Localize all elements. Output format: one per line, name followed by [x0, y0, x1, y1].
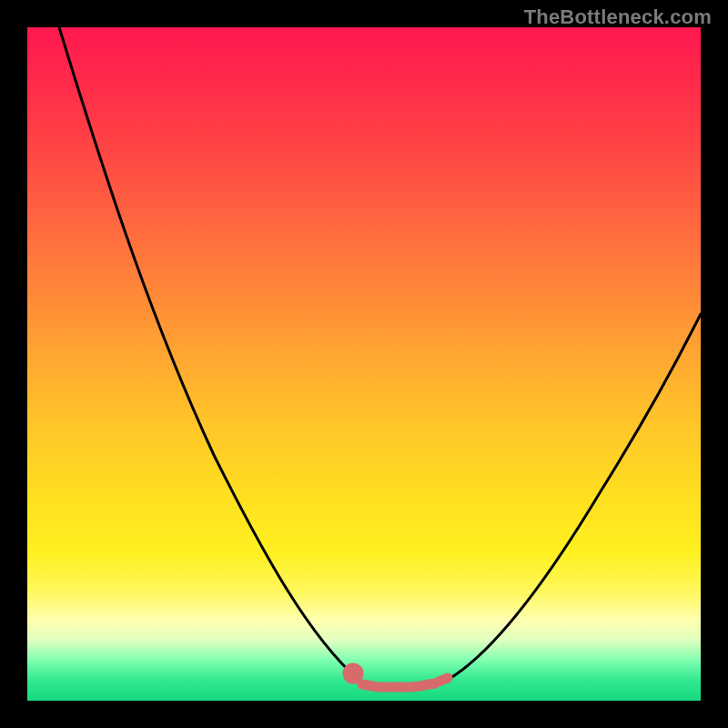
- watermark-text: TheBottleneck.com: [524, 5, 712, 29]
- gradient-plot-area: [27, 27, 701, 701]
